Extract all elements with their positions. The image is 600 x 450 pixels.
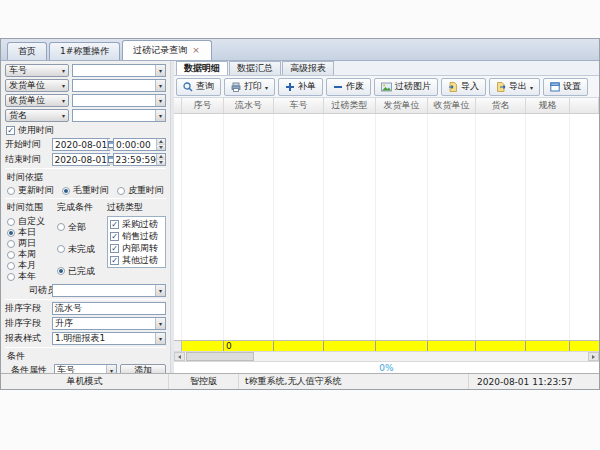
start-time-label: 开始时间 bbox=[5, 138, 49, 151]
radio-icon[interactable] bbox=[7, 187, 15, 195]
scroll-left-icon[interactable] bbox=[174, 352, 185, 361]
scrollbar-track[interactable] bbox=[254, 352, 588, 361]
weigh-type-option[interactable]: 销售过磅 bbox=[110, 231, 163, 241]
column-header-filler bbox=[570, 98, 599, 113]
weigh-type-option[interactable]: 其他过磅 bbox=[110, 255, 163, 265]
radio-selected-icon[interactable] bbox=[62, 187, 70, 195]
export-icon bbox=[496, 82, 506, 92]
goods-field-selector[interactable]: 货名 bbox=[5, 109, 69, 122]
column-header[interactable]: 流水号 bbox=[224, 98, 274, 113]
import-button[interactable]: 导入 bbox=[441, 78, 486, 96]
time-basis-option[interactable]: 毛重时间 bbox=[62, 185, 109, 196]
table-body-empty[interactable] bbox=[174, 114, 599, 340]
finish-option[interactable]: 未完成 bbox=[57, 244, 103, 255]
start-date-input[interactable]: 2020-08-01 bbox=[52, 138, 110, 151]
column-header[interactable]: 收货单位 bbox=[428, 98, 476, 113]
column-header[interactable]: 发货单位 bbox=[376, 98, 428, 113]
chevron-down-icon[interactable] bbox=[265, 82, 268, 92]
finish-option[interactable]: 已完成 bbox=[57, 266, 103, 277]
chevron-down-icon[interactable] bbox=[155, 95, 165, 106]
checkbox-checked-icon[interactable] bbox=[110, 244, 119, 253]
time-spinner[interactable] bbox=[156, 139, 165, 150]
end-time-label: 结束时间 bbox=[5, 153, 49, 166]
receiver-combo[interactable] bbox=[72, 94, 166, 107]
time-range-option[interactable]: 本年 bbox=[7, 271, 53, 282]
tab-data-summary[interactable]: 数据汇总 bbox=[229, 61, 281, 75]
shipper-combo[interactable] bbox=[72, 79, 166, 92]
use-time-checkbox[interactable]: 使用时间 bbox=[6, 124, 166, 136]
radio-icon[interactable] bbox=[7, 262, 15, 270]
radio-icon[interactable] bbox=[7, 273, 15, 281]
chevron-down-icon[interactable] bbox=[155, 110, 165, 121]
tab-data-detail[interactable]: 数据明细 bbox=[176, 61, 228, 75]
void-order-button[interactable]: 作废 bbox=[326, 78, 371, 96]
export-button[interactable]: 导出 bbox=[489, 78, 540, 96]
start-time-input[interactable]: 0:00:00 bbox=[113, 138, 166, 151]
column-header[interactable]: 序号 bbox=[182, 98, 224, 113]
scrollbar-thumb[interactable] bbox=[186, 352, 254, 361]
radio-icon[interactable] bbox=[7, 218, 15, 226]
tab-advanced-report[interactable]: 高级报表 bbox=[282, 61, 334, 75]
horizontal-scrollbar[interactable] bbox=[174, 351, 599, 361]
column-header[interactable]: 规格 bbox=[526, 98, 570, 113]
scroll-right-icon[interactable] bbox=[588, 352, 599, 361]
tab-home[interactable]: 首页 bbox=[7, 42, 47, 60]
summary-cell bbox=[570, 341, 599, 351]
vehicle-field-selector[interactable]: 车号 bbox=[5, 64, 69, 77]
checkbox-checked-icon[interactable] bbox=[110, 220, 119, 229]
weigher-combo[interactable] bbox=[52, 284, 166, 297]
spin-down-icon[interactable] bbox=[157, 145, 165, 151]
weigh-type-option[interactable]: 采购过磅 bbox=[110, 219, 163, 229]
end-date-input[interactable]: 2020-08-01 bbox=[52, 153, 110, 166]
chevron-down-icon[interactable] bbox=[155, 65, 165, 76]
report-style-select[interactable]: 1.明细报表1 bbox=[52, 332, 166, 345]
end-date-value: 2020-08-01 bbox=[53, 155, 107, 165]
receiver-field-selector[interactable]: 收货单位 bbox=[5, 94, 69, 107]
radio-icon[interactable] bbox=[117, 187, 125, 195]
checkbox-checked-icon[interactable] bbox=[6, 126, 15, 135]
app-window: 首页 1#称重操作 过磅记录查询 × 车号 发货单位 bbox=[0, 38, 600, 390]
chevron-down-icon[interactable] bbox=[106, 365, 116, 373]
radio-selected-icon[interactable] bbox=[57, 267, 65, 275]
weigh-type-group: 过磅类型 采购过磅 销售过磅 内部周转 其他过磅 bbox=[107, 201, 166, 282]
query-button[interactable]: 查询 bbox=[176, 78, 221, 96]
spin-down-icon[interactable] bbox=[157, 160, 165, 166]
column-header[interactable]: 车号 bbox=[274, 98, 324, 113]
column-header[interactable]: 货名 bbox=[476, 98, 526, 113]
chevron-down-icon[interactable] bbox=[530, 82, 533, 92]
summary-cell bbox=[476, 341, 526, 351]
chevron-down-icon[interactable] bbox=[155, 285, 165, 296]
checkbox-checked-icon[interactable] bbox=[110, 232, 119, 241]
add-condition-button[interactable]: 添加 bbox=[120, 364, 166, 373]
vehicle-combo[interactable] bbox=[72, 64, 166, 77]
shipper-field-selector[interactable]: 发货单位 bbox=[5, 79, 69, 92]
radio-icon[interactable] bbox=[57, 245, 65, 253]
condition-attr-select[interactable]: 车号 bbox=[54, 364, 117, 373]
column-header[interactable]: 过磅类型 bbox=[324, 98, 376, 113]
end-time-input[interactable]: 23:59:59 bbox=[113, 153, 166, 166]
status-edition: 智控版 bbox=[169, 374, 239, 389]
weigh-photo-button[interactable]: 过磅图片 bbox=[374, 78, 438, 96]
sort-order-select[interactable]: 升序 bbox=[52, 317, 166, 330]
goods-combo[interactable] bbox=[72, 109, 166, 122]
time-basis-option[interactable]: 皮重时间 bbox=[117, 185, 164, 196]
finish-option[interactable]: 全部 bbox=[57, 222, 103, 233]
close-icon[interactable]: × bbox=[191, 46, 201, 55]
checkbox-checked-icon[interactable] bbox=[110, 256, 119, 265]
settings-button[interactable]: 设置 bbox=[543, 78, 588, 96]
tab-record-query[interactable]: 过磅记录查询 × bbox=[122, 40, 212, 60]
time-spinner[interactable] bbox=[156, 154, 165, 165]
radio-selected-icon[interactable] bbox=[7, 229, 15, 237]
time-basis-option[interactable]: 更新时间 bbox=[7, 185, 54, 196]
print-button[interactable]: 打印 bbox=[224, 78, 275, 96]
radio-icon[interactable] bbox=[7, 240, 15, 248]
radio-icon[interactable] bbox=[7, 251, 15, 259]
sort-field-input[interactable]: 流水号 bbox=[52, 302, 166, 315]
weigh-type-option[interactable]: 内部周转 bbox=[110, 243, 163, 253]
supplement-order-button[interactable]: 补单 bbox=[278, 78, 323, 96]
tab-weighing-operation[interactable]: 1#称重操作 bbox=[49, 42, 120, 60]
chevron-down-icon[interactable] bbox=[155, 318, 165, 329]
chevron-down-icon[interactable] bbox=[155, 80, 165, 91]
chevron-down-icon[interactable] bbox=[155, 333, 165, 344]
radio-icon[interactable] bbox=[57, 223, 65, 231]
